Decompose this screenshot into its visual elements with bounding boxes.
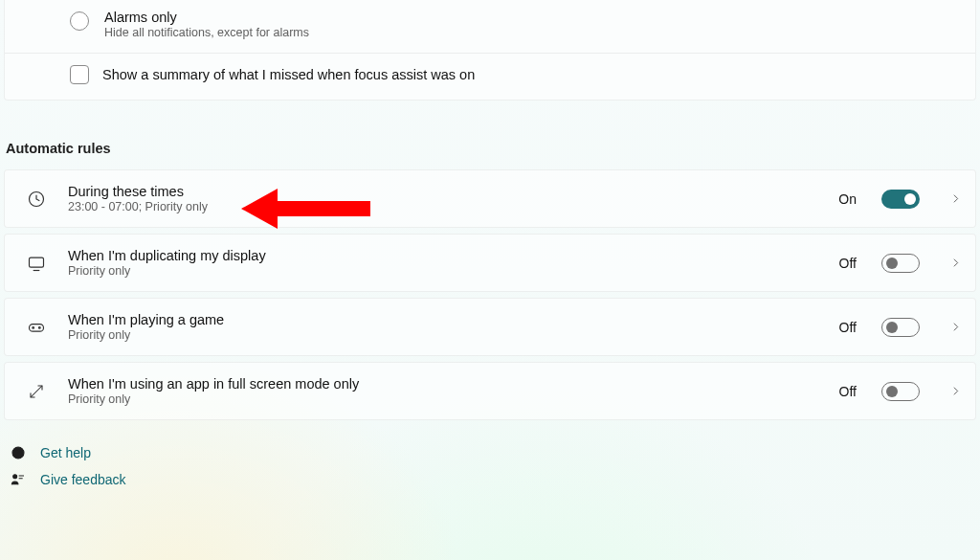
alarms-only-title: Alarms only bbox=[104, 10, 309, 25]
rule-sub: Priority only bbox=[68, 264, 818, 278]
alarms-only-text: Alarms only Hide all notifications, exce… bbox=[104, 10, 309, 39]
rule-toggle[interactable] bbox=[881, 382, 920, 401]
svg-point-7 bbox=[13, 475, 17, 479]
expand-icon bbox=[26, 381, 47, 402]
rule-fullscreen-app[interactable]: When I'm using an app in full screen mod… bbox=[4, 362, 976, 420]
rule-sub: 23:00 - 07:00; Priority only bbox=[68, 200, 817, 213]
chevron-right-icon bbox=[948, 192, 962, 206]
rule-text: When I'm duplicating my display Priority… bbox=[68, 248, 818, 278]
clock-icon bbox=[26, 189, 47, 210]
summary-checkbox-row[interactable]: Show a summary of what I missed when foc… bbox=[5, 53, 975, 100]
alarms-only-sub: Hide all notifications, except for alarm… bbox=[104, 26, 309, 39]
rule-state-label: On bbox=[838, 191, 857, 207]
rule-title: When I'm using an app in full screen mod… bbox=[68, 376, 818, 392]
checkbox-icon bbox=[70, 65, 89, 84]
chevron-right-icon bbox=[948, 385, 962, 398]
give-feedback-label: Give feedback bbox=[40, 472, 126, 487]
get-help-link[interactable]: Get help bbox=[10, 439, 970, 466]
monitor-icon bbox=[26, 253, 47, 274]
chevron-right-icon bbox=[948, 321, 962, 334]
give-feedback-link[interactable]: Give feedback bbox=[10, 466, 970, 493]
rule-sub: Priority only bbox=[68, 328, 818, 342]
rule-state-label: Off bbox=[839, 384, 857, 399]
rule-toggle[interactable] bbox=[881, 254, 920, 273]
rule-playing-game[interactable]: When I'm playing a game Priority only Of… bbox=[4, 298, 976, 356]
rule-toggle[interactable] bbox=[881, 190, 920, 209]
rule-during-these-times[interactable]: During these times 23:00 - 07:00; Priori… bbox=[4, 169, 976, 228]
alarms-only-option[interactable]: Alarms only Hide all notifications, exce… bbox=[5, 0, 975, 53]
get-help-label: Get help bbox=[40, 445, 91, 460]
svg-point-6 bbox=[18, 456, 19, 457]
rule-title: During these times bbox=[68, 184, 817, 199]
footer-links: Get help Give feedback bbox=[0, 426, 980, 493]
rule-text: When I'm playing a game Priority only bbox=[68, 312, 818, 342]
svg-point-3 bbox=[33, 326, 34, 328]
automatic-rules-header: Automatic rules bbox=[0, 106, 980, 169]
rule-text: When I'm using an app in full screen mod… bbox=[68, 376, 818, 406]
rule-title: When I'm duplicating my display bbox=[68, 248, 818, 263]
svg-rect-2 bbox=[30, 324, 44, 331]
gamepad-icon bbox=[26, 317, 47, 338]
svg-point-4 bbox=[39, 326, 41, 328]
rule-title: When I'm playing a game bbox=[68, 312, 818, 327]
rule-toggle[interactable] bbox=[881, 318, 920, 337]
rule-duplicating-display[interactable]: When I'm duplicating my display Priority… bbox=[4, 234, 976, 292]
help-icon bbox=[10, 445, 27, 460]
focus-options-card: Alarms only Hide all notifications, exce… bbox=[4, 0, 976, 101]
rule-state-label: Off bbox=[839, 256, 857, 271]
rule-text: During these times 23:00 - 07:00; Priori… bbox=[68, 184, 817, 213]
rule-state-label: Off bbox=[839, 320, 857, 335]
svg-rect-1 bbox=[30, 258, 44, 267]
radio-icon bbox=[70, 11, 89, 31]
feedback-icon bbox=[10, 472, 27, 487]
summary-checkbox-label: Show a summary of what I missed when foc… bbox=[102, 67, 475, 82]
rule-sub: Priority only bbox=[68, 392, 818, 406]
chevron-right-icon bbox=[948, 257, 962, 270]
